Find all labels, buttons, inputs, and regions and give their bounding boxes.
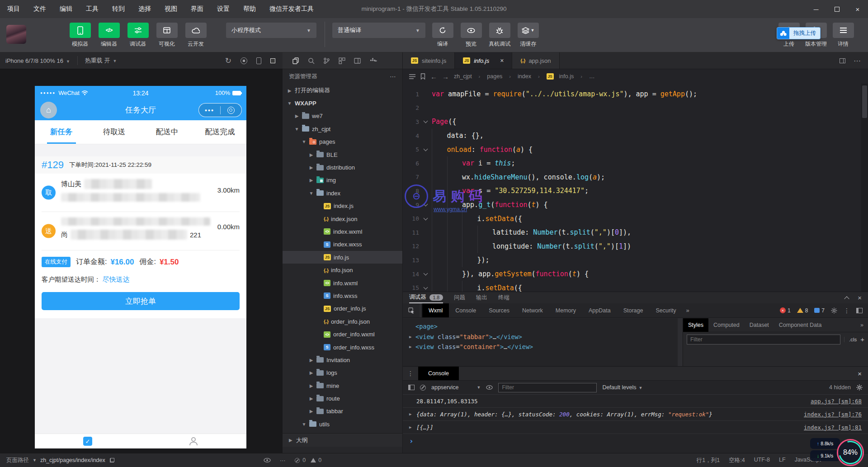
tree-item-order_info.wxml[interactable]: <>order_info.wxml <box>283 328 402 340</box>
expect-value-link[interactable]: 尽快送达 <box>103 275 130 283</box>
breadcrumb-more[interactable]: … <box>589 73 595 80</box>
tree-item-index.wxss[interactable]: Sindex.wxss <box>283 238 402 251</box>
maximize-button[interactable] <box>826 0 847 18</box>
editor-tab-app.json[interactable]: {..}app.json <box>512 52 559 69</box>
forward-icon[interactable]: → <box>442 73 449 80</box>
page-path-group[interactable]: 页面路径 ▼ zh_cjpt/pages/index/index <box>6 457 114 464</box>
wxml-node[interactable]: ▶<view class="tabbar">…</view> <box>409 332 682 342</box>
toolbar-button-云开发[interactable]: 云开发 <box>184 23 208 48</box>
copy-path-icon[interactable] <box>110 458 114 462</box>
devtools-tab-Storage[interactable]: Storage <box>617 303 650 317</box>
menu-item[interactable]: 微信开发者工具 <box>269 5 314 13</box>
fold-chevron-icon[interactable] <box>419 121 432 123</box>
more-button[interactable]: ●●● <box>199 108 220 113</box>
close-button[interactable]: × <box>847 0 868 18</box>
more-tabs-icon[interactable]: » <box>683 303 693 317</box>
message-counter[interactable]: 7 <box>814 307 825 314</box>
fold-chevron-icon[interactable] <box>419 204 432 206</box>
wxml-scrollbar[interactable] <box>678 318 682 366</box>
avatar[interactable] <box>6 25 26 44</box>
breadcrumb-file[interactable]: info.js <box>559 73 574 80</box>
tree-item-route[interactable]: ▶route <box>283 392 402 405</box>
problem-counts[interactable]: 0 0 <box>294 457 321 463</box>
tree-item-order_info.js[interactable]: JSorder_info.js <box>283 302 402 315</box>
console-log-row[interactable]: ▶{data: Array(1), header: {…}, statusCod… <box>403 408 868 421</box>
editor-tab-siteinfo.js[interactable]: JSsiteinfo.js <box>403 52 455 69</box>
tree-item-WXAPP[interactable]: ▼WXAPP <box>283 97 402 109</box>
editor-tab-info.js[interactable]: JSinfo.js× <box>455 52 512 69</box>
close-icon[interactable]: × <box>851 367 868 380</box>
menu-item[interactable]: 帮助 <box>243 5 256 13</box>
log-source-link[interactable]: index.js? [sm]:81 <box>804 424 862 431</box>
list-icon[interactable] <box>409 74 415 79</box>
order-tab-配送完成[interactable]: 配送完成 <box>193 120 246 144</box>
status-item[interactable]: UTF-8 <box>754 457 770 464</box>
more-actions-icon[interactable]: ⋯ <box>854 57 861 65</box>
code-editor[interactable]: 1var amapFile = require("../../utils/ama… <box>403 84 861 292</box>
eye-icon[interactable] <box>486 385 493 390</box>
kebab-menu-icon[interactable]: ⋮ <box>844 307 850 314</box>
panel-tab-输出[interactable]: 输出 <box>476 294 487 302</box>
styles-tab-Computed[interactable]: Computed <box>708 318 745 332</box>
toolbar-button-清缓存[interactable]: ▼清缓存 <box>516 23 540 48</box>
refresh-icon[interactable]: ↻ <box>225 56 231 66</box>
phone-window-icon[interactable] <box>256 57 261 64</box>
kebab-menu-icon[interactable]: ⋮ <box>403 367 418 380</box>
window-icon[interactable] <box>354 57 361 64</box>
cls-button[interactable]: .cls <box>844 337 857 342</box>
order-tab-新任务[interactable]: 新任务 <box>35 120 88 144</box>
files-icon[interactable] <box>292 57 299 64</box>
toolbar-button-模拟器[interactable]: 模拟器 <box>68 23 92 48</box>
docker-icon[interactable] <box>369 58 377 64</box>
back-icon[interactable]: ← <box>430 73 437 80</box>
tree-item-打开的编辑器[interactable]: ▶打开的编辑器 <box>283 84 402 97</box>
toolbar-button-详情[interactable]: 详情 <box>831 23 855 48</box>
tree-item-index.json[interactable]: {..}index.json <box>283 212 402 225</box>
fold-chevron-icon[interactable] <box>419 149 432 151</box>
styles-tab-Dataset[interactable]: Dataset <box>745 318 774 332</box>
log-source-link[interactable]: index.js? [sm]:76 <box>804 411 862 418</box>
close-icon[interactable]: × <box>500 57 504 64</box>
exit-button[interactable] <box>221 107 242 114</box>
styles-filter-input[interactable] <box>687 335 840 344</box>
tree-item-distribution[interactable]: ▶distribution <box>283 161 402 174</box>
devtools-tab-Wxml[interactable]: Wxml <box>422 303 449 317</box>
tree-item-order_info.json[interactable]: {..}order_info.json <box>283 315 402 328</box>
status-item[interactable]: 空格:4 <box>729 457 745 464</box>
context-select[interactable]: appservice▼ <box>431 384 481 391</box>
split-editor-icon[interactable] <box>840 58 845 63</box>
tree-item-BLE[interactable]: ▶BLE <box>283 148 402 161</box>
devtools-tab-Network[interactable]: Network <box>516 303 549 317</box>
status-item[interactable]: 行1，列1 <box>697 457 720 464</box>
menu-item[interactable]: 选择 <box>138 5 151 13</box>
log-source-link[interactable]: app.js? [sm]:68 <box>811 398 862 405</box>
fold-chevron-icon[interactable] <box>419 273 432 275</box>
log-levels-select[interactable]: Default levels▼ <box>602 384 642 391</box>
menu-item[interactable]: 转到 <box>112 5 125 13</box>
tree-item-img[interactable]: ▶img <box>283 174 402 187</box>
wxml-node[interactable]: <page> <box>409 321 682 332</box>
menu-item[interactable]: 设置 <box>217 5 230 13</box>
tree-item-info.js[interactable]: JSinfo.js <box>283 251 402 264</box>
breadcrumb-item[interactable]: zh_cjpt <box>454 73 472 80</box>
bookmark-icon[interactable] <box>420 73 425 80</box>
tree-item-Invitation[interactable]: ▶Invitation <box>283 354 402 366</box>
element-picker-icon[interactable] <box>403 303 420 317</box>
console-settings-gear-icon[interactable] <box>856 384 863 391</box>
dock-side-icon[interactable] <box>856 308 863 313</box>
settings-gear-icon[interactable] <box>831 307 837 314</box>
more-tabs-icon[interactable]: » <box>856 318 868 332</box>
home-button[interactable]: ⌂ <box>40 102 57 118</box>
status-item[interactable]: LF <box>779 457 786 464</box>
tree-item-utils[interactable]: ▼utils <box>283 418 402 430</box>
wxml-node[interactable]: ▶<view class="container">…</view> <box>409 342 682 352</box>
tree-item-zh_cjpt[interactable]: ▼zh_cjpt <box>283 123 402 135</box>
wxml-tree[interactable]: <page>▶<view class="tabbar">…</view>▶<vi… <box>403 318 682 366</box>
console-log-row[interactable]: 28.81147,105.83135app.js? [sm]:68 <box>403 395 868 408</box>
stop-icon[interactable] <box>241 57 247 64</box>
mode-select[interactable]: 小程序模式 ▼ <box>226 23 316 38</box>
console-log-row[interactable]: ▶[{…}]index.js? [sm]:81 <box>403 421 868 434</box>
devtools-tab-Memory[interactable]: Memory <box>549 303 582 317</box>
tree-item-info.wxss[interactable]: Sinfo.wxss <box>283 289 402 302</box>
toolbar-button-调试器[interactable]: 调试器 <box>126 23 150 48</box>
